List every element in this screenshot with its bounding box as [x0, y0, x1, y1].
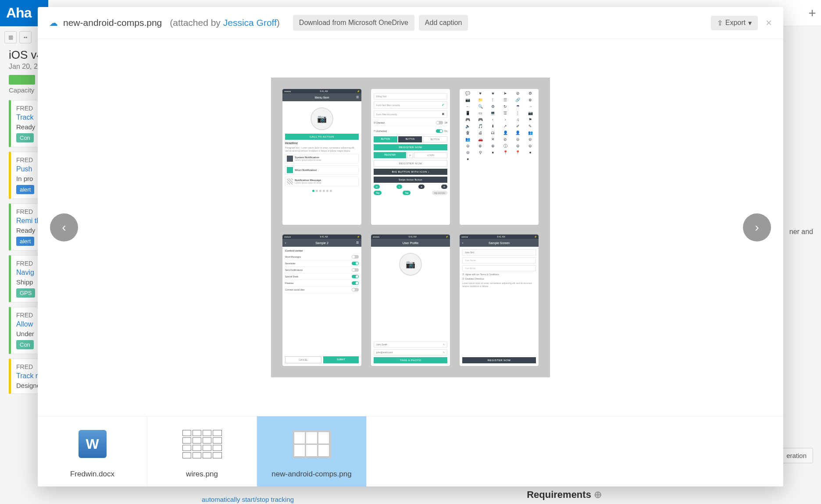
close-icon[interactable]: ×: [766, 18, 772, 28]
setting-row: Connect social sites: [285, 287, 359, 293]
menu-icon: ☰: [356, 96, 359, 99]
attached-by: (attached by Jessica Groff): [170, 18, 280, 28]
glyph-icon: ‹: [487, 118, 499, 122]
glyph-icon: 📷: [462, 98, 474, 102]
thumb-fredwin[interactable]: Fredwin.docx: [38, 416, 147, 486]
mock-phone-6: ●●●●●9:41 AM⚡ ‹Sample Screen John Sm| Yo…: [460, 234, 539, 366]
glyph-icon: ⊕: [487, 144, 499, 148]
glyph-icon: 👤: [500, 131, 511, 135]
cta-button: CALL TO ACTION: [285, 134, 359, 140]
glyph-icon: ✎: [525, 124, 536, 128]
thumb-wires[interactable]: wires.png: [147, 416, 257, 486]
download-button[interactable]: Download from Microsoft OneDrive: [293, 15, 414, 31]
next-button[interactable]: ›: [743, 213, 771, 241]
glyph-icon: ⊘: [512, 92, 524, 96]
glyph-icon: 📱: [462, 111, 474, 115]
camera-icon: 📷: [311, 107, 333, 130]
glyph-icon: 📷: [525, 111, 536, 115]
glyph-icon: ⊖: [512, 144, 524, 148]
glyph-icon: ⚑: [525, 118, 536, 122]
glyph-icon: 🔈: [462, 124, 474, 128]
glyph-icon: 🎮: [462, 118, 474, 122]
glyph-icon: ⋮: [487, 98, 499, 102]
header-actions: Download from Microsoft OneDrive Add cap…: [293, 15, 468, 31]
mock-phone-3: 💬♥★➤⊘⚙📷📁⋮☰🔗⊕←🔍⚙↻☂→📱▭💻☰⋮📷🎮🎮‹›♫⚑🔈🎵⬇↗✐✎🗑🖨🗂👤…: [460, 89, 539, 225]
mock-phone-2: Filling Text Form field filled correctly…: [371, 89, 450, 225]
prev-button[interactable]: ‹: [50, 213, 78, 241]
glyph-icon: ⋮: [512, 111, 524, 115]
glyph-icon: ›: [500, 118, 511, 122]
wires-preview: [182, 430, 222, 458]
glyph-icon: ☂: [512, 105, 524, 109]
camera-icon: 📷: [399, 253, 422, 276]
setting-row: Short Messages: [285, 254, 359, 260]
glyph-icon: ⚙: [525, 92, 536, 96]
glyph-icon: ✕: [487, 138, 499, 142]
caret-down-icon: ▾: [748, 19, 752, 27]
mock-phone-5: ●●●●●9:41 AM⚡ User Profile 📷 John Smith✎…: [371, 234, 450, 366]
glyph-icon: 🗂: [487, 131, 499, 135]
export-icon: ⇪: [717, 19, 723, 27]
setting-row: Send Notifications: [285, 267, 359, 273]
glyph-icon: 👤: [512, 131, 524, 135]
glyph-icon: ●: [525, 151, 536, 155]
glyph-icon: ☰: [500, 111, 511, 115]
modal-body: ‹ › ●●●●●9:41 AM⚡ Menu Item☰ 📷 CALL TO A…: [38, 39, 783, 416]
icon-grid: 💬♥★➤⊘⚙📷📁⋮☰🔗⊕←🔍⚙↻☂→📱▭💻☰⋮📷🎮🎮‹›♫⚑🔈🎵⬇↗✐✎🗑🖨🗂👤…: [460, 89, 539, 164]
glyph-icon: ↻: [500, 105, 511, 109]
glyph-icon: ♥: [475, 92, 486, 96]
glyph-icon: →: [525, 105, 536, 109]
glyph-icon: 📍: [500, 151, 511, 155]
glyph-icon: ♫: [512, 118, 524, 122]
onedrive-icon: ☁: [49, 18, 58, 28]
setting-row: Freebies: [285, 280, 359, 287]
glyph-icon: ⊖: [525, 144, 536, 148]
glyph-icon: ⊕: [475, 144, 486, 148]
glyph-icon: ←: [462, 105, 474, 109]
glyph-icon: ★: [487, 92, 499, 96]
modal-backdrop: ☁ new-android-comps.png (attached by Jes…: [0, 0, 821, 504]
glyph-icon: ▭: [475, 111, 486, 115]
glyph-icon: ☰: [500, 98, 511, 102]
glyph-icon: ⊖: [525, 138, 536, 142]
glyph-icon: ⊖: [462, 151, 474, 155]
glyph-icon: 🎵: [475, 124, 486, 128]
glyph-icon: 📍: [512, 151, 524, 155]
glyph-icon: ↗: [500, 124, 511, 128]
glyph-icon: 🖨: [475, 131, 486, 135]
glyph-icon: ⊕: [525, 98, 536, 102]
glyph-icon: 🔗: [512, 98, 524, 102]
back-icon: ‹: [285, 241, 286, 245]
glyph-icon: ⊖: [512, 138, 524, 142]
glyph-icon: 🗑: [462, 131, 474, 135]
comps-preview: [293, 430, 331, 458]
glyph-icon: 🔍: [475, 105, 486, 109]
header-right: ⇪ Export ▾ ×: [711, 16, 772, 30]
modal-header: ☁ new-android-comps.png (attached by Jes…: [38, 7, 783, 39]
glyph-icon: 💻: [487, 111, 499, 115]
mock-phone-4: ●●●●●9:41 AM⚡ ‹Sample 2☰ Control center …: [282, 234, 361, 366]
attachment-modal: ☁ new-android-comps.png (attached by Jes…: [38, 7, 783, 486]
setting-row: Special Deals: [285, 273, 359, 280]
glyph-icon: 🎮: [475, 118, 486, 122]
mock-phone-1: ●●●●●9:41 AM⚡ Menu Item☰ 📷 CALL TO ACTIO…: [282, 89, 361, 225]
glyph-icon: 👥: [525, 131, 536, 135]
glyph-icon: ●: [487, 151, 499, 155]
glyph-icon: ⚲: [475, 151, 486, 155]
export-button[interactable]: ⇪ Export ▾: [711, 16, 758, 30]
thumb-android-comps[interactable]: new-android-comps.png: [257, 416, 367, 486]
attached-user-link[interactable]: Jessica Groff: [223, 18, 277, 28]
edit-icon: ✎: [443, 351, 445, 354]
glyph-icon: 🚗: [475, 138, 486, 142]
glyph-icon: 👥: [462, 138, 474, 142]
add-caption-button[interactable]: Add caption: [419, 15, 468, 31]
glyph-icon: ✐: [512, 124, 524, 128]
attachment-filename: new-android-comps.png: [63, 18, 162, 28]
glyph-icon: ⊘: [500, 138, 511, 142]
glyph-icon: ⬇: [487, 124, 499, 128]
glyph-icon: 📁: [475, 98, 486, 102]
glyph-icon: 💬: [462, 92, 474, 96]
glyph-icon: ⓘ: [500, 144, 511, 148]
attachment-preview: ●●●●●9:41 AM⚡ Menu Item☰ 📷 CALL TO ACTIO…: [271, 78, 550, 377]
edit-icon: ✎: [443, 343, 445, 346]
